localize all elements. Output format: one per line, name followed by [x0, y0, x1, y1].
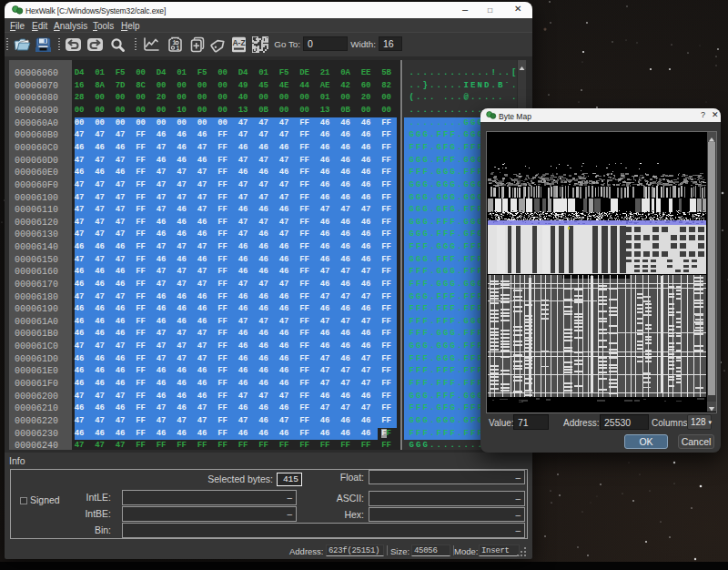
- svg-text:1: 1: [177, 46, 180, 52]
- svg-text:A-Z: A-Z: [232, 38, 245, 47]
